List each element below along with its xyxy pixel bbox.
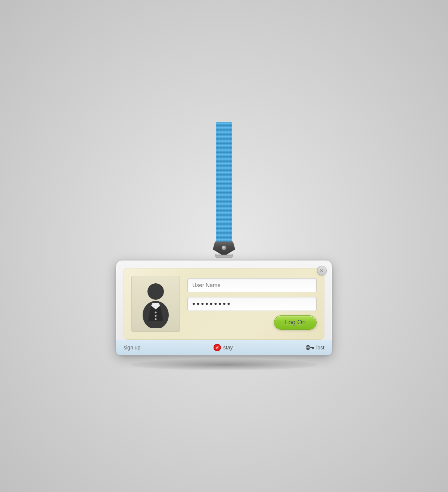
clip-leather bbox=[213, 242, 235, 255]
svg-point-5 bbox=[155, 311, 157, 313]
card-shadow bbox=[131, 359, 317, 370]
logon-button[interactable]: Log On bbox=[274, 315, 317, 330]
clip-screw bbox=[221, 245, 227, 250]
clip-holder bbox=[211, 242, 237, 261]
avatar-icon bbox=[137, 280, 174, 328]
close-button[interactable]: ✕ bbox=[317, 266, 327, 275]
signup-link[interactable]: sign up bbox=[124, 345, 140, 351]
stay-option[interactable]: stay bbox=[214, 344, 233, 351]
logon-btn-wrapper: Log On bbox=[187, 315, 317, 330]
card-footer: sign up stay lost bbox=[116, 340, 332, 355]
svg-point-9 bbox=[307, 346, 309, 348]
svg-point-8 bbox=[306, 345, 310, 349]
form-area: Log On bbox=[187, 276, 317, 332]
close-icon: ✕ bbox=[320, 268, 324, 274]
lost-label: lost bbox=[316, 345, 324, 351]
stay-label: stay bbox=[223, 345, 233, 351]
svg-point-6 bbox=[155, 315, 157, 317]
checkmark-icon bbox=[214, 344, 221, 351]
username-input[interactable] bbox=[187, 278, 317, 292]
svg-point-0 bbox=[147, 283, 164, 300]
password-input[interactable] bbox=[187, 297, 317, 311]
avatar-area bbox=[131, 276, 180, 332]
svg-point-7 bbox=[155, 318, 157, 320]
avatar-box bbox=[131, 276, 180, 332]
card-content-area: Log On bbox=[124, 268, 324, 340]
id-card: ✕ bbox=[116, 260, 332, 355]
signup-label: sign up bbox=[124, 345, 140, 351]
key-icon bbox=[306, 345, 314, 350]
scene: ✕ bbox=[116, 122, 332, 370]
lanyard-strap bbox=[216, 122, 232, 242]
lost-link[interactable]: lost bbox=[306, 345, 324, 351]
